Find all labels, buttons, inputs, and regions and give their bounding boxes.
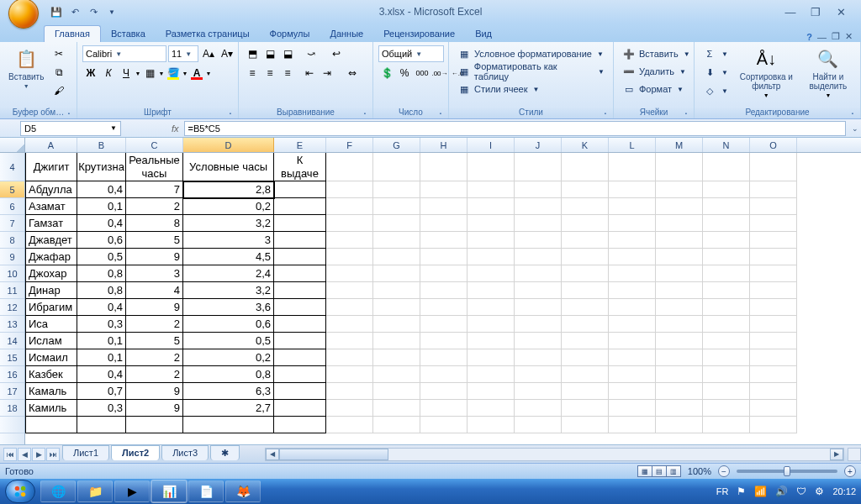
cell[interactable]: [467, 181, 515, 198]
cell[interactable]: [562, 417, 609, 433]
row-header[interactable]: 10: [0, 265, 24, 282]
cell[interactable]: 9: [126, 400, 183, 417]
task-media[interactable]: ▶: [114, 480, 150, 502]
cell[interactable]: [515, 383, 562, 400]
cell[interactable]: [467, 232, 515, 249]
insert-cells-button[interactable]: ➕Вставить▼: [619, 45, 694, 62]
cell[interactable]: [420, 299, 467, 316]
cell[interactable]: [656, 366, 703, 383]
scroll-thumb[interactable]: [279, 449, 388, 460]
cell[interactable]: [467, 153, 515, 181]
cell[interactable]: 0,2: [183, 198, 274, 215]
cell[interactable]: [467, 383, 515, 400]
task-explorer[interactable]: 📁: [77, 480, 113, 502]
cell[interactable]: [326, 333, 373, 349]
scroll-right-icon[interactable]: ▶: [830, 449, 843, 460]
cell[interactable]: [515, 333, 562, 349]
cell[interactable]: [750, 349, 797, 366]
doc-restore-icon[interactable]: ❐: [832, 31, 840, 42]
cell[interactable]: [703, 316, 750, 333]
row-header[interactable]: 18: [0, 400, 24, 417]
cell[interactable]: [656, 400, 703, 417]
cell[interactable]: [274, 366, 326, 383]
cell[interactable]: [562, 366, 609, 383]
cell[interactable]: [373, 366, 420, 383]
cell[interactable]: Джавдет: [25, 232, 77, 249]
tray-network-icon[interactable]: 📶: [754, 486, 767, 497]
cell[interactable]: [656, 232, 703, 249]
column-header[interactable]: J: [515, 138, 562, 152]
clock[interactable]: 20:12: [832, 486, 856, 496]
cell[interactable]: 0,3: [77, 316, 126, 333]
column-header[interactable]: E: [274, 138, 326, 152]
cell[interactable]: [609, 153, 656, 181]
cell[interactable]: [326, 249, 373, 265]
cell[interactable]: [420, 400, 467, 417]
language-indicator[interactable]: FR: [716, 486, 729, 496]
cell[interactable]: [274, 417, 326, 433]
cell[interactable]: [515, 316, 562, 333]
cell[interactable]: [562, 249, 609, 265]
sheet-prev-icon[interactable]: ◀: [18, 448, 31, 461]
task-ie[interactable]: 🌐: [40, 480, 76, 502]
tray-volume-icon[interactable]: 🔊: [775, 486, 788, 497]
cell[interactable]: Реальные часы: [126, 153, 183, 181]
cell[interactable]: 0,8: [183, 366, 274, 383]
cell[interactable]: 2: [126, 316, 183, 333]
column-header[interactable]: N: [703, 138, 750, 152]
cell[interactable]: [373, 265, 420, 282]
cell[interactable]: Азамат: [25, 198, 77, 215]
cell[interactable]: [420, 265, 467, 282]
cell[interactable]: [326, 265, 373, 282]
row-header[interactable]: 17: [0, 383, 24, 400]
cell[interactable]: [420, 417, 467, 433]
fill-color-icon[interactable]: 🪣: [165, 65, 182, 81]
cell[interactable]: [274, 282, 326, 299]
orientation-icon[interactable]: ⤻: [303, 45, 320, 62]
cell[interactable]: [183, 417, 274, 433]
tab-formulas[interactable]: Формулы: [260, 26, 320, 42]
cell[interactable]: [562, 215, 609, 232]
cell[interactable]: [750, 198, 797, 215]
cell[interactable]: Условные часы: [183, 153, 274, 181]
cell[interactable]: [467, 366, 515, 383]
cell[interactable]: [467, 198, 515, 215]
tab-view[interactable]: Вид: [465, 26, 502, 42]
column-header[interactable]: B: [77, 138, 126, 152]
number-format-combo[interactable]: Общий▼: [378, 45, 444, 62]
cell[interactable]: [467, 349, 515, 366]
underline-dropdown-icon[interactable]: ▼: [135, 65, 140, 81]
cell[interactable]: 7: [126, 181, 183, 198]
increase-decimal-icon[interactable]: .00→: [431, 65, 448, 81]
cell[interactable]: 3,6: [183, 299, 274, 316]
cell-styles-button[interactable]: ▦Стили ячеек▼: [454, 81, 542, 97]
cell[interactable]: [750, 366, 797, 383]
cell[interactable]: [326, 282, 373, 299]
cell[interactable]: [274, 181, 326, 198]
cell[interactable]: [750, 265, 797, 282]
cell[interactable]: [467, 333, 515, 349]
conditional-formatting-button[interactable]: ▦Условное форматирование▼: [454, 45, 607, 62]
cell[interactable]: 0,4: [77, 181, 126, 198]
cell[interactable]: Джохар: [25, 265, 77, 282]
cell[interactable]: [562, 181, 609, 198]
cell[interactable]: [609, 181, 656, 198]
cell[interactable]: [609, 299, 656, 316]
minimize-button[interactable]: —: [782, 6, 799, 18]
sheet-next-icon[interactable]: ▶: [32, 448, 45, 461]
fill-button[interactable]: ⬇▼: [700, 64, 732, 81]
cell[interactable]: [703, 153, 750, 181]
cell[interactable]: 9: [126, 299, 183, 316]
column-header[interactable]: C: [126, 138, 183, 152]
cell[interactable]: 3: [183, 232, 274, 249]
task-firefox[interactable]: 🦊: [225, 480, 261, 502]
cell[interactable]: 0,6: [183, 316, 274, 333]
cell[interactable]: [515, 181, 562, 198]
cell[interactable]: 5: [126, 333, 183, 349]
pagebreak-view-icon[interactable]: ▥: [666, 465, 681, 477]
cell[interactable]: [562, 349, 609, 366]
task-word[interactable]: 📄: [188, 480, 224, 502]
task-excel[interactable]: 📊: [151, 480, 187, 502]
column-header[interactable]: H: [420, 138, 467, 152]
pagelayout-view-icon[interactable]: ▤: [652, 465, 667, 477]
